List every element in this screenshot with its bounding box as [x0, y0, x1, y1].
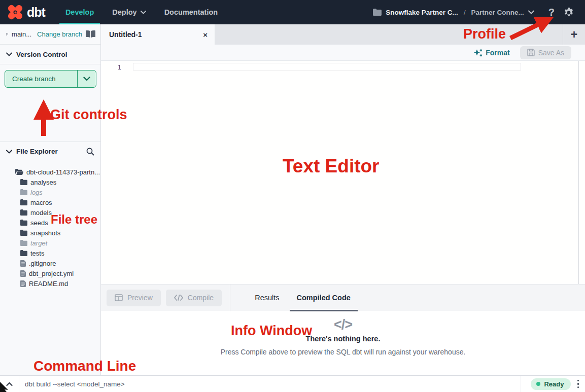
editor-pane: Untitled-1 × + Format Save As 1 [101, 24, 585, 375]
dbt-logo-icon [7, 4, 23, 20]
compile-button[interactable]: Compile [166, 290, 222, 306]
code-icon [174, 295, 183, 301]
docs-book-icon[interactable] [86, 30, 95, 38]
tab-label: Untitled-1 [109, 30, 142, 39]
tab-untitled-1[interactable]: Untitled-1 × [101, 24, 215, 45]
table-icon [115, 294, 123, 301]
tree-item-label: tests [30, 250, 44, 257]
folder-icon [20, 230, 27, 236]
breadcrumb-account: Snowflake Partner C... [386, 9, 458, 16]
folder-icon [20, 199, 27, 205]
breadcrumb-project: Partner Conne... [471, 9, 524, 16]
folder-models[interactable]: models [0, 207, 100, 218]
search-icon[interactable] [86, 148, 94, 156]
file-icon [20, 270, 26, 277]
folder-dbt-cloud-114373-partn-[interactable]: dbt-cloud-114373-partn... [0, 167, 100, 177]
info-window: </> There's nothing here. Press Compile … [101, 311, 585, 375]
kebab-menu-icon[interactable] [577, 380, 579, 388]
nav-item-documentation[interactable]: Documentation [155, 0, 227, 24]
change-branch-link[interactable]: Change branch [37, 30, 82, 38]
dbt-cloud-ide: dbt DevelopDeployDocumentation Snowflake… [0, 0, 585, 392]
dbt-logo[interactable]: dbt [0, 0, 56, 24]
file-dbt-project-yml[interactable]: dbt_project.yml [0, 268, 100, 278]
create-branch-button[interactable]: Create branch [5, 70, 96, 88]
chevron-down-icon [83, 77, 90, 81]
statusbar-divider [19, 376, 19, 392]
editor-tabbar: Untitled-1 × + [101, 24, 585, 45]
tree-item-label: dbt_project.yml [29, 270, 74, 277]
folder-snapshots[interactable]: snapshots [0, 228, 100, 238]
tree-item-label: dbt-cloud-114373-partn... [26, 168, 100, 176]
tree-item-label: macros [30, 199, 52, 206]
folder-target[interactable]: target [0, 238, 100, 248]
main-nav: DevelopDeployDocumentation [56, 0, 227, 24]
project-breadcrumb[interactable]: Snowflake Partner C... / Partner Conne..… [373, 9, 534, 16]
folder-analyses[interactable]: analyses [0, 177, 100, 187]
new-tab-button[interactable]: + [563, 24, 585, 45]
settings-gear-icon[interactable] [564, 7, 574, 17]
tree-item-label: .gitignore [29, 260, 56, 267]
folder-open-icon [15, 169, 23, 175]
format-label: Format [486, 49, 509, 57]
ready-status-badge: Ready [531, 378, 570, 390]
version-control-body: Create branch [0, 64, 100, 141]
tree-item-label: logs [30, 189, 43, 196]
help-icon[interactable]: ? [548, 7, 555, 18]
empty-state-title: There's nothing here. [306, 335, 381, 343]
bottom-panel-header: Preview Compile ResultsCompiled Code [101, 284, 585, 311]
line-number: 1 [113, 63, 121, 71]
folder-icon [20, 220, 27, 226]
branch-name: main... [12, 30, 31, 38]
panel-divider [230, 284, 230, 311]
expand-chevron-up-icon[interactable] [0, 382, 19, 386]
left-sidebar: main... Change branch Version Control Cr… [0, 24, 101, 375]
nav-item-label: Develop [65, 8, 94, 16]
file--gitignore[interactable]: .gitignore [0, 258, 100, 268]
statusbar-divider-right [521, 376, 521, 392]
panel-tabs: ResultsCompiled Code [238, 284, 352, 311]
panel-tab-compiled-code[interactable]: Compiled Code [296, 284, 352, 311]
status-dot [536, 382, 540, 386]
tree-item-label: README.md [29, 280, 68, 288]
empty-state-subtitle: Press Compile above to preview the SQL d… [221, 348, 466, 356]
nav-item-develop[interactable]: Develop [56, 0, 103, 24]
save-as-button[interactable]: Save As [520, 46, 571, 59]
editor-scrollbar-border [578, 61, 579, 284]
preview-label: Preview [127, 294, 153, 302]
sparkle-icon [474, 49, 482, 57]
folder-icon [20, 189, 27, 195]
file-icon [20, 280, 26, 287]
create-branch-label[interactable]: Create branch [5, 70, 78, 87]
create-branch-caret[interactable] [78, 70, 96, 87]
folder-logs[interactable]: logs [0, 187, 100, 197]
folder-icon [20, 250, 27, 256]
version-control-header[interactable]: Version Control [0, 45, 100, 64]
text-editor[interactable]: 1 [101, 61, 585, 284]
preview-button[interactable]: Preview [107, 290, 161, 306]
git-branch-icon [6, 30, 8, 38]
breadcrumb-separator: / [464, 9, 466, 16]
active-line-highlight [133, 63, 521, 70]
folder-icon [373, 9, 382, 16]
folder-seeds[interactable]: seeds [0, 218, 100, 228]
nav-item-label: Deploy [112, 8, 136, 16]
tab-close-icon[interactable]: × [203, 31, 208, 39]
compile-label: Compile [188, 294, 214, 302]
file-tree: dbt-cloud-114373-partn...analyseslogsmac… [0, 161, 100, 289]
chevron-down-icon [6, 150, 12, 154]
command-line-bar: dbt build --select <model_name> Ready [0, 375, 585, 392]
chevron-down-icon [6, 52, 12, 56]
ready-label: Ready [544, 380, 564, 388]
panel-tab-results[interactable]: Results [254, 284, 280, 311]
file-readme-md[interactable]: README.md [0, 278, 100, 289]
tree-item-label: models [30, 209, 52, 217]
nav-item-deploy[interactable]: Deploy [103, 0, 155, 24]
top-navbar: dbt DevelopDeployDocumentation Snowflake… [0, 0, 585, 24]
nav-item-label: Documentation [164, 8, 218, 16]
folder-tests[interactable]: tests [0, 248, 100, 258]
folder-macros[interactable]: macros [0, 197, 100, 207]
format-button[interactable]: Format [474, 49, 509, 57]
tree-item-label: seeds [30, 219, 48, 227]
file-explorer-header[interactable]: File Explorer [0, 141, 100, 161]
command-input[interactable]: dbt build --select <model_name> [25, 380, 521, 388]
